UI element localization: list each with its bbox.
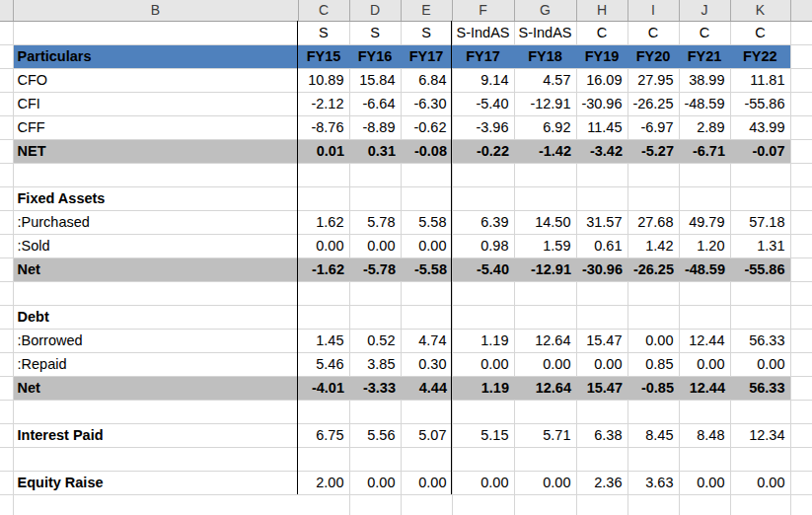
row-label-cell[interactable]: Fixed Assets [13, 186, 298, 210]
value-cell[interactable]: 0.00 [401, 234, 452, 258]
row-header-stub[interactable] [0, 447, 13, 471]
value-cell[interactable]: 0.00 [576, 352, 627, 376]
value-cell[interactable] [298, 163, 349, 186]
row-header-stub[interactable] [0, 92, 13, 115]
value-cell[interactable]: 6.92 [514, 115, 576, 139]
row-header-stub[interactable] [0, 400, 13, 423]
value-cell[interactable] [730, 400, 790, 423]
value-cell[interactable]: 0.00 [401, 471, 452, 494]
row-label-cell[interactable]: :Purchased [13, 210, 298, 234]
row-header-stub[interactable] [0, 68, 13, 92]
value-cell[interactable] [627, 281, 679, 305]
value-cell[interactable]: 27.95 [627, 68, 679, 92]
empty-cell[interactable] [790, 447, 812, 471]
type-cell[interactable]: C [576, 21, 627, 44]
value-cell[interactable]: -6.97 [627, 115, 679, 139]
value-cell[interactable] [298, 305, 349, 329]
value-cell[interactable]: 43.99 [730, 115, 790, 139]
value-cell[interactable]: 1.59 [514, 234, 576, 258]
value-cell[interactable]: -2.12 [298, 92, 349, 115]
value-cell[interactable]: 0.00 [679, 352, 730, 376]
value-cell[interactable]: 0.00 [514, 471, 576, 494]
row-header-stub[interactable] [0, 305, 13, 329]
value-cell[interactable]: -55.86 [730, 92, 790, 115]
row-header-stub[interactable] [0, 494, 13, 515]
value-cell[interactable]: 31.57 [576, 210, 627, 234]
column-header-cell[interactable]: D [349, 0, 401, 21]
value-cell[interactable]: 6.39 [452, 210, 514, 234]
column-header-cell[interactable] [790, 0, 812, 21]
column-header-cell[interactable]: F [452, 0, 514, 21]
value-cell[interactable] [401, 494, 452, 515]
value-cell[interactable]: -48.59 [679, 92, 730, 115]
row-label-cell[interactable]: Net [13, 258, 298, 281]
value-cell[interactable]: 0.00 [452, 352, 514, 376]
row-label-cell[interactable]: CFO [13, 68, 298, 92]
column-header-cell[interactable]: I [627, 0, 679, 21]
value-cell[interactable]: 12.44 [679, 376, 730, 400]
value-cell[interactable] [679, 494, 730, 515]
value-cell[interactable]: 1.45 [298, 329, 349, 352]
row-label-cell[interactable]: Net [13, 376, 298, 400]
value-cell[interactable]: 0.98 [452, 234, 514, 258]
value-cell[interactable] [401, 400, 452, 423]
value-cell[interactable]: 0.00 [514, 352, 576, 376]
column-header-cell[interactable]: H [576, 0, 627, 21]
value-cell[interactable] [576, 163, 627, 186]
value-cell[interactable]: 38.99 [679, 68, 730, 92]
column-header-cell[interactable]: K [730, 0, 790, 21]
value-cell[interactable]: 4.44 [401, 376, 452, 400]
value-cell[interactable] [576, 447, 627, 471]
empty-cell[interactable] [790, 258, 812, 281]
type-cell[interactable]: S-IndAS [452, 21, 514, 44]
empty-cell[interactable] [790, 471, 812, 494]
value-cell[interactable]: 0.00 [452, 471, 514, 494]
value-cell[interactable] [349, 494, 401, 515]
row-label-cell[interactable]: :Borrowed [13, 329, 298, 352]
row-header-stub[interactable] [0, 115, 13, 139]
value-cell[interactable]: 12.64 [514, 329, 576, 352]
value-cell[interactable]: -55.86 [730, 258, 790, 281]
value-cell[interactable]: -26.25 [627, 92, 679, 115]
value-cell[interactable]: 49.79 [679, 210, 730, 234]
value-cell[interactable]: -5.58 [401, 258, 452, 281]
value-cell[interactable]: 5.78 [349, 210, 401, 234]
value-cell[interactable] [452, 163, 514, 186]
empty-cell[interactable] [790, 21, 812, 44]
type-cell[interactable]: S [349, 21, 401, 44]
empty-cell[interactable] [790, 210, 812, 234]
value-cell[interactable] [576, 305, 627, 329]
value-cell[interactable]: 1.42 [627, 234, 679, 258]
row-label-cell[interactable] [13, 163, 298, 186]
value-cell[interactable]: 6.84 [401, 68, 452, 92]
row-header-stub[interactable] [0, 281, 13, 305]
row-header-stub[interactable] [0, 139, 13, 163]
value-cell[interactable] [514, 281, 576, 305]
value-cell[interactable]: -5.40 [452, 92, 514, 115]
value-cell[interactable] [452, 494, 514, 515]
value-cell[interactable]: 5.56 [349, 423, 401, 447]
value-cell[interactable]: 12.44 [679, 329, 730, 352]
value-cell[interactable] [627, 447, 679, 471]
value-cell[interactable]: 6.38 [576, 423, 627, 447]
row-label-cell[interactable]: :Repaid [13, 352, 298, 376]
empty-cell[interactable] [790, 329, 812, 352]
row-header-stub[interactable] [0, 234, 13, 258]
type-cell[interactable]: S-IndAS [514, 21, 576, 44]
row-label-cell[interactable]: CFI [13, 92, 298, 115]
value-cell[interactable] [298, 281, 349, 305]
value-cell[interactable] [514, 400, 576, 423]
value-cell[interactable] [452, 281, 514, 305]
value-cell[interactable]: 1.31 [730, 234, 790, 258]
row-label-cell[interactable] [13, 281, 298, 305]
value-cell[interactable] [730, 163, 790, 186]
value-cell[interactable]: -6.64 [349, 92, 401, 115]
value-cell[interactable]: 1.20 [679, 234, 730, 258]
value-cell[interactable]: 0.01 [298, 139, 349, 163]
row-header-stub[interactable] [0, 258, 13, 281]
value-cell[interactable]: 56.33 [730, 329, 790, 352]
row-header-stub[interactable] [0, 186, 13, 210]
value-cell[interactable]: 0.61 [576, 234, 627, 258]
row-header-stub[interactable] [0, 210, 13, 234]
value-cell[interactable]: 5.46 [298, 352, 349, 376]
